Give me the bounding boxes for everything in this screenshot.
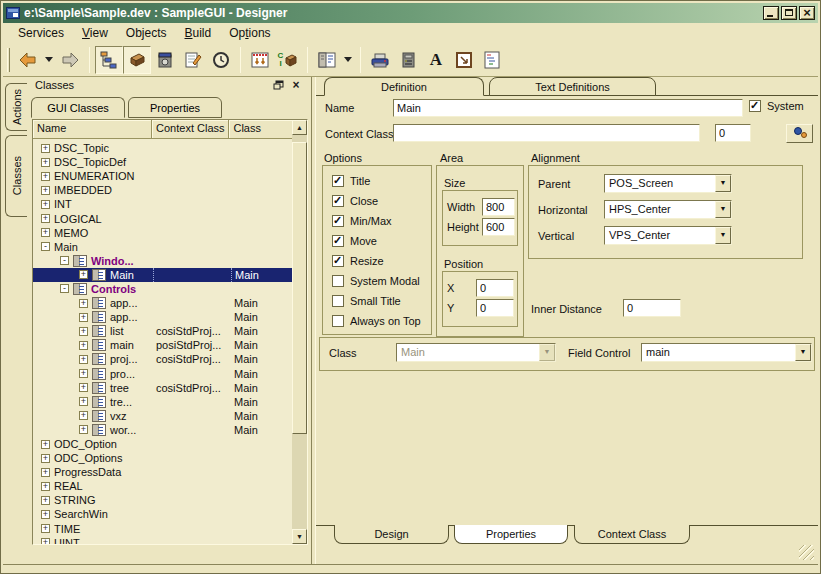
expander-icon[interactable]: +	[41, 454, 50, 463]
tree-row[interactable]: +MainMain	[33, 268, 292, 282]
tree-row[interactable]: +app...Main	[33, 310, 292, 324]
system-checkbox[interactable]	[749, 100, 761, 112]
tree-row[interactable]: +pro...Main	[33, 367, 292, 381]
maximize-button[interactable]	[781, 6, 797, 20]
bottom-tab-properties[interactable]: Properties	[454, 525, 568, 544]
expander-icon[interactable]: +	[79, 327, 88, 336]
expander-icon[interactable]: +	[41, 524, 50, 533]
context-class-input[interactable]	[393, 124, 700, 142]
tree-row[interactable]: -Windo...	[33, 254, 292, 268]
class-interface-button[interactable]: CI	[274, 46, 302, 74]
back-button[interactable]	[14, 46, 42, 74]
script-button[interactable]	[478, 46, 506, 74]
tree-row[interactable]: +TIME	[33, 522, 292, 536]
tree-row[interactable]: +DSC_TopicDef	[33, 155, 292, 169]
resize-grip[interactable]	[799, 545, 814, 560]
column-header-class[interactable]: Class	[229, 120, 292, 139]
tree-row[interactable]: +STRING	[33, 493, 292, 507]
expander-icon[interactable]: +	[79, 313, 88, 322]
expander-icon[interactable]: +	[79, 355, 88, 364]
tree-row[interactable]: +ODC_Option	[33, 437, 292, 451]
expander-icon[interactable]: +	[41, 538, 50, 544]
scroll-down-button[interactable]: ▼	[292, 529, 307, 544]
checkbox-close[interactable]	[332, 195, 344, 207]
field-control-combobox[interactable]: main	[641, 343, 812, 362]
tree-row[interactable]: +ENUMERATION	[33, 169, 292, 183]
expander-icon[interactable]: +	[41, 158, 50, 167]
back-history-dropdown[interactable]	[42, 46, 56, 74]
tree-row[interactable]: +IMBEDDED	[33, 183, 292, 197]
combobox-parent[interactable]: POS_Screen	[604, 174, 732, 193]
scroll-up-button[interactable]: ▲	[292, 120, 307, 135]
expander-icon[interactable]: +	[41, 200, 50, 209]
tree-row[interactable]: +REAL	[33, 479, 292, 493]
expander-icon[interactable]: +	[79, 397, 88, 406]
expander-icon[interactable]: +	[79, 411, 88, 420]
expander-icon[interactable]: +	[41, 172, 50, 181]
tree-row[interactable]: +DSC_Topic	[33, 141, 292, 155]
expander-icon[interactable]: +	[79, 299, 88, 308]
bottom-tab-context-class[interactable]: Context Class	[574, 525, 690, 544]
checkbox-title[interactable]	[332, 175, 344, 187]
font-button[interactable]: A	[422, 46, 450, 74]
tree-row[interactable]: +vxzMain	[33, 409, 292, 423]
tree-row[interactable]: +tre...Main	[33, 395, 292, 409]
expander-icon[interactable]: +	[41, 144, 50, 153]
snapshot-button[interactable]	[151, 46, 179, 74]
expander-icon[interactable]: +	[79, 383, 88, 392]
tree-row[interactable]: -Controls	[33, 282, 292, 296]
form-view-button[interactable]	[313, 46, 341, 74]
expander-icon[interactable]: +	[41, 228, 50, 237]
tab-properties[interactable]: Properties	[128, 97, 222, 118]
clock-button[interactable]	[207, 46, 235, 74]
tree-row[interactable]: +listcosiStdProj...Main	[33, 324, 292, 338]
tab-text-definitions[interactable]: Text Definitions	[489, 77, 656, 96]
package-button[interactable]	[123, 46, 151, 74]
tree-row[interactable]: +wor...Main	[33, 423, 292, 437]
scroll-thumb[interactable]	[292, 142, 307, 434]
tree-row[interactable]: +proj...cosiStdProj...Main	[33, 352, 292, 366]
checkbox-min-max[interactable]	[332, 215, 344, 227]
expander-icon[interactable]: +	[41, 214, 50, 223]
sync-dates-button[interactable]	[246, 46, 274, 74]
checkbox-move[interactable]	[332, 235, 344, 247]
minimize-button[interactable]	[763, 6, 779, 20]
expander-icon[interactable]: -	[60, 256, 69, 265]
menu-item-options[interactable]: Options	[220, 24, 279, 42]
checkbox-always-on-top[interactable]	[332, 315, 344, 327]
combobox-vertical[interactable]: VPS_Center	[604, 226, 732, 245]
column-header-name[interactable]: Name	[33, 120, 152, 139]
tree-row[interactable]: +treecosiStdProj...Main	[33, 381, 292, 395]
menu-item-services[interactable]: Services	[9, 24, 73, 42]
column-header-context-class[interactable]: Context Class	[152, 120, 229, 139]
menu-item-view[interactable]: View	[73, 24, 117, 42]
tree-row[interactable]: +INT	[33, 197, 292, 211]
side-tab-actions[interactable]: Actions	[5, 83, 27, 131]
close-panel-button[interactable]: ×	[289, 78, 303, 92]
device-button[interactable]	[394, 46, 422, 74]
print-button[interactable]	[366, 46, 394, 74]
combobox-horizontal[interactable]: HPS_Center	[604, 200, 732, 219]
checkbox-resize[interactable]	[332, 255, 344, 267]
expander-icon[interactable]: +	[79, 341, 88, 350]
edit-document-button[interactable]	[179, 46, 207, 74]
tree-row[interactable]: +mainposiStdProj...Main	[33, 338, 292, 352]
x-input[interactable]	[476, 279, 514, 297]
expander-icon[interactable]: +	[41, 510, 50, 519]
expander-icon[interactable]: -	[41, 242, 50, 251]
class-combobox[interactable]: Main	[396, 343, 556, 362]
tree-row[interactable]: +LOGICAL	[33, 211, 292, 225]
expander-icon[interactable]: +	[79, 425, 88, 434]
hierarchy-view-button[interactable]	[95, 46, 123, 74]
menu-item-build[interactable]: Build	[176, 24, 221, 42]
name-input[interactable]	[393, 99, 743, 117]
context-class-picker-button[interactable]	[786, 124, 813, 143]
y-input[interactable]	[476, 299, 514, 317]
context-count-input[interactable]	[715, 124, 751, 142]
tree-row[interactable]: +app...Main	[33, 296, 292, 310]
tree-row[interactable]: +ODC_Options	[33, 451, 292, 465]
forward-button[interactable]	[56, 46, 84, 74]
expander-icon[interactable]: +	[41, 186, 50, 195]
expander-icon[interactable]: +	[41, 482, 50, 491]
menu-item-objects[interactable]: Objects	[117, 24, 176, 42]
